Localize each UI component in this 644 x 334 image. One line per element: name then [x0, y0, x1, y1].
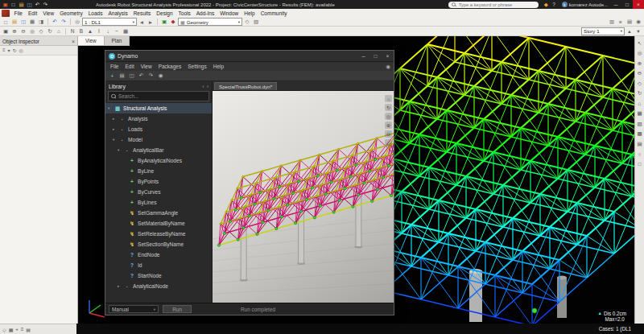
library-node-bypoints[interactable]: +ByPoints [105, 176, 212, 187]
stress-map-icon[interactable]: ▦ [122, 27, 130, 35]
dynamo-menu-help[interactable]: Help [210, 64, 227, 69]
library-node-model[interactable]: ▾▪Model [105, 134, 212, 145]
maximize-button[interactable]: □ [621, 0, 633, 9]
snap-icon[interactable]: ◇ [2, 327, 6, 332]
minimize-button[interactable]: ─ [610, 0, 621, 9]
menu-addins[interactable]: Add-Ins [193, 9, 217, 18]
reports-icon[interactable]: ≡ [617, 19, 625, 26]
open-project-icon[interactable]: ▤ [10, 19, 19, 26]
dynamo-export-image-icon[interactable]: ◉ [157, 72, 164, 80]
story-up-icon[interactable]: ▴ [625, 27, 634, 35]
pan-icon[interactable]: ◇ [636, 80, 643, 87]
library-node-loads[interactable]: ▸▪Loads [105, 124, 212, 134]
view-manager-icon[interactable]: ▣ [2, 27, 10, 35]
inspector-close-icon[interactable]: × [72, 39, 75, 44]
new-project-icon[interactable]: □ [2, 19, 10, 26]
story-selector[interactable]: Story 1▾ [581, 27, 625, 35]
library-node-id[interactable]: ?Id [105, 260, 212, 270]
app-icon[interactable]: ▣ [2, 1, 9, 8]
axes-icon[interactable]: + [15, 327, 19, 332]
load-case-selector[interactable]: 1 : DL1▾ [82, 18, 137, 26]
zoom-window-icon[interactable]: ◎ [636, 50, 643, 57]
library-forward-icon[interactable]: › [207, 84, 208, 89]
dynamo-save-icon[interactable]: ◫ [128, 72, 135, 80]
dynamo-maximize-button[interactable]: □ [369, 51, 382, 61]
calculations-icon[interactable]: ▣ [160, 19, 168, 26]
print-preview-icon[interactable]: ◨ [37, 19, 45, 26]
previous-case-icon[interactable]: ◄ [138, 19, 146, 26]
open-file-icon[interactable]: ▤ [18, 1, 25, 8]
zoom-out-icon[interactable]: ⊖ [19, 27, 27, 35]
dynamo-undo-icon[interactable]: ↶ [138, 72, 145, 80]
preview-pan-icon[interactable]: ◇ [385, 139, 392, 146]
display-attributes-icon[interactable]: ▧ [252, 19, 260, 26]
preview-zoom-out-icon[interactable]: ⊖ [385, 130, 392, 138]
dynamo-menu-edit[interactable]: Edit [122, 64, 137, 69]
menu-tools[interactable]: Tools [175, 9, 193, 18]
dynamo-new-icon[interactable]: + [109, 72, 116, 80]
library-node-setmaterialbyname[interactable]: ↯SetMaterialByName [105, 218, 212, 229]
view-cube-icon[interactable]: ▦ [636, 110, 643, 118]
results-icon[interactable]: ◆ [169, 19, 177, 26]
menu-edit[interactable]: Edit [25, 9, 39, 18]
bar-numbers-icon[interactable]: B [77, 27, 85, 35]
grid-icon[interactable]: ▦ [9, 327, 14, 332]
menu-window[interactable]: Window [217, 9, 242, 18]
dynamo-close-button[interactable]: × [382, 51, 394, 61]
dynamo-workspace-tab[interactable]: SpecialTrussRobot.dyn* [214, 82, 277, 90]
menu-view[interactable]: View [40, 9, 57, 18]
library-node-setgammaangle[interactable]: ↯SetGammaAngle [105, 208, 212, 218]
undo-icon[interactable]: ↶ [34, 1, 41, 8]
library-node-structural analysis[interactable]: ▾▦Structural Analysis [105, 103, 212, 113]
preview-home-icon[interactable]: ⌂ [385, 95, 392, 102]
view-tab-view[interactable]: View [78, 36, 105, 45]
initial-view-icon[interactable]: ⌂ [55, 27, 63, 35]
print-icon[interactable]: ▦ [28, 19, 36, 26]
menu-loads[interactable]: Loads [85, 9, 105, 18]
orbit-icon[interactable]: ↻ [636, 90, 643, 97]
preview-zoom-in-icon[interactable]: ⊕ [385, 122, 392, 129]
sign-in-badge-icon[interactable]: ◆ [543, 1, 550, 8]
dynamo-menu-packages[interactable]: Packages [155, 64, 185, 69]
full-screen-icon[interactable]: □ [636, 160, 643, 167]
close-button[interactable]: × [633, 0, 644, 9]
library-node-analyticalbar[interactable]: ▾▪AnalyticalBar [105, 145, 212, 155]
dynamo-menu-view[interactable]: View [138, 64, 155, 69]
view-3d-icon[interactable]: ◇ [243, 19, 251, 26]
tables-icon[interactable]: ▥ [608, 19, 616, 26]
loads-display-icon[interactable]: ↓ [104, 27, 112, 35]
list-icon[interactable]: ≡ [21, 327, 24, 332]
library-node-analyticalnode[interactable]: ▸▪AnalyticalNode [105, 281, 212, 291]
dynamo-titlebar[interactable]: D Dynamo ─□× [105, 51, 394, 62]
dynamo-3d-preview[interactable]: ⌂↻◎⊕⊖◇ [213, 91, 394, 303]
settings-icon[interactable]: ◉ [634, 19, 642, 26]
library-node-startnode[interactable]: ?StartNode [105, 270, 212, 281]
zoom-select-icon[interactable]: ◎ [73, 19, 81, 26]
zoom-window-icon[interactable]: ◎ [28, 27, 36, 35]
tree-view-icon[interactable]: ≡ [2, 47, 6, 53]
save-project-icon[interactable]: ◫ [19, 19, 27, 26]
account-button[interactable]: k komarez Autode... [562, 2, 608, 7]
redo-icon[interactable]: ↷ [60, 19, 68, 26]
options-icon[interactable]: ◎ [19, 47, 23, 53]
preview-orbit-icon[interactable]: ↻ [385, 104, 392, 111]
library-search-input[interactable]: Search... [108, 91, 209, 101]
menu-file[interactable]: File [11, 9, 25, 18]
rotate-view-icon[interactable]: ↻ [46, 27, 54, 35]
wireframe-icon[interactable]: ▧ [636, 120, 643, 127]
library-node-endnode[interactable]: ?EndNode [105, 249, 212, 260]
next-case-icon[interactable]: ► [147, 19, 155, 26]
help-icon[interactable]: ? [551, 1, 558, 8]
object-list-icon[interactable]: ▤ [625, 19, 634, 26]
app-menu-button[interactable] [2, 10, 10, 17]
units-icon[interactable]: ▤ [26, 327, 31, 332]
object-inspector-body[interactable] [0, 56, 77, 324]
library-node-setreleasebyname[interactable]: ↯SetReleaseByName [105, 229, 212, 239]
deformation-icon[interactable]: ~ [113, 27, 121, 35]
dynamo-redo-icon[interactable]: ↷ [147, 72, 155, 80]
library-node-setsectionbyname[interactable]: ↯SetSectionByName [105, 239, 212, 249]
refresh-icon[interactable]: ↻ [13, 47, 17, 53]
initial-view-icon[interactable]: ⌂ [636, 100, 643, 107]
pan-view-icon[interactable]: ◇ [37, 27, 45, 35]
search-input[interactable]: Type a keyword or phrase [448, 2, 539, 8]
